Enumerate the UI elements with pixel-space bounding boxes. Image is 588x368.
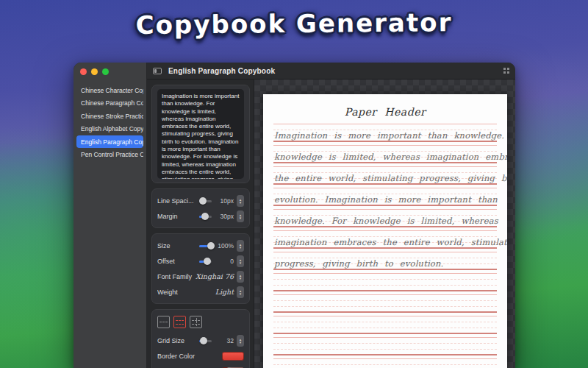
ruled-row: imagination embraces the entire world, s… <box>273 230 497 248</box>
title-bar: English Paragraph Copybook <box>147 63 515 79</box>
offset-control: Offset 0 ▴▾ <box>157 253 244 269</box>
ruled-row: the entire world, stimulating progress, … <box>273 166 497 184</box>
copybook-text-line: the entire world, stimulating progress, … <box>274 173 507 183</box>
grid-size-value: 32 <box>215 337 234 344</box>
sidebar-item-chinese-paragraph[interactable]: Chinese Paragraph Cop... <box>76 97 143 110</box>
main-area: English Paragraph Copybook Imagination i… <box>147 63 515 368</box>
font-family-label: Font Family <box>157 273 196 280</box>
window-title: English Paragraph Copybook <box>168 67 275 75</box>
zoom-button[interactable] <box>102 68 109 75</box>
size-slider[interactable] <box>199 241 212 250</box>
slider-thumb[interactable] <box>199 197 207 205</box>
font-family-dropdown[interactable]: ▴▾ <box>237 271 244 283</box>
minimize-button[interactable] <box>91 68 98 75</box>
size-stepper[interactable]: ▴▾ <box>237 240 244 252</box>
sidebar-item-pen-control[interactable]: Pen Control Practice C... <box>76 149 143 161</box>
grid-size-label: Grid Size <box>157 337 196 344</box>
grid-size-stepper[interactable]: ▴▾ <box>237 335 244 347</box>
size-label: Size <box>157 242 196 250</box>
ruled-row <box>273 358 497 368</box>
margin-label: Margin <box>157 213 196 220</box>
slider-thumb[interactable] <box>207 242 215 250</box>
copybook-text-line: knowledge is limited, whereas imaginatio… <box>274 152 507 162</box>
sidebar-item-english-paragraph[interactable]: English Paragraph Copy... <box>76 135 143 148</box>
copybook-text-line: Imagination is more important than knowl… <box>274 130 507 141</box>
line-spacing-label: Line Spaci... <box>157 197 196 205</box>
sidebar-list: Chinese Character Cop... Chinese Paragra… <box>74 81 146 164</box>
sidebar-item-chinese-character[interactable]: Chinese Character Cop... <box>76 84 143 96</box>
font-family-value: Xinghai 76 <box>196 272 234 280</box>
margin-slider[interactable] <box>199 212 212 221</box>
sidebar-item-english-alphabet[interactable]: English Alphabet Copyb... <box>76 123 143 135</box>
size-control: Size 100% ▴▾ <box>157 238 244 253</box>
ruled-row <box>273 273 497 291</box>
ruled-row: evolution. Imagination is more important… <box>273 188 497 205</box>
grid-size-slider[interactable] <box>199 336 212 345</box>
line-spacing-slider[interactable] <box>199 197 212 205</box>
copybook-text-line: progress, giving birth to evolution. <box>274 258 443 269</box>
grid-size-control: Grid Size 32 ▴▾ <box>157 333 244 348</box>
size-value: 100% <box>215 242 234 250</box>
offset-label: Offset <box>157 258 196 265</box>
weight-label: Weight <box>157 289 215 296</box>
offset-slider[interactable] <box>199 257 212 266</box>
grid-type-single-line-icon[interactable] <box>157 316 170 328</box>
copybook-text-line: imagination embraces the entire world, s… <box>274 237 507 247</box>
sidebar: Chinese Character Cop... Chinese Paragra… <box>74 63 147 368</box>
app-banner-title: Copybook Generator <box>0 7 588 41</box>
margin-stepper[interactable]: ▴▾ <box>237 210 244 222</box>
weight-value: Light <box>215 288 234 296</box>
border-color-label: Border Color <box>157 353 222 360</box>
line-spacing-control: Line Spaci... 10px ▴▾ <box>157 193 244 208</box>
control-panel: Imagination is more important than knowl… <box>147 79 254 368</box>
copybook-text-input[interactable]: Imagination is more important than knowl… <box>157 89 244 179</box>
traffic-lights <box>74 63 146 81</box>
line-spacing-value: 10px <box>215 197 234 205</box>
close-button[interactable] <box>80 68 87 75</box>
app-window: Chinese Character Cop... Chinese Paragra… <box>74 63 515 368</box>
weight-control: Weight Light ▴▾ <box>157 284 244 300</box>
copybook-paper: Paper Header Imagination is more importa… <box>263 94 507 368</box>
slider-thumb[interactable] <box>200 337 207 344</box>
grid-type-cross-line-icon[interactable] <box>190 316 202 328</box>
preview-area: Paper Header Imagination is more importa… <box>254 79 515 368</box>
ruled-row: knowledge is limited, whereas imaginatio… <box>273 145 497 163</box>
ruled-lines: Imagination is more important than knowl… <box>273 124 497 368</box>
spacing-card: Line Spaci... 10px ▴▾ Margin 30px ▴▾ <box>151 188 250 228</box>
ruled-row: Imagination is more important than knowl… <box>273 124 497 141</box>
margin-value: 30px <box>215 213 234 220</box>
ruled-row <box>273 337 497 355</box>
weight-dropdown[interactable]: ▴▾ <box>237 286 244 298</box>
sidebar-item-chinese-stroke[interactable]: Chinese Stroke Practic... <box>76 110 143 122</box>
slider-thumb[interactable] <box>204 258 211 265</box>
ruled-row <box>273 316 497 333</box>
border-color-control: Border Color <box>157 348 244 364</box>
line-spacing-stepper[interactable]: ▴▾ <box>237 195 244 207</box>
line-color-control: Line Color <box>157 364 244 368</box>
slider-thumb[interactable] <box>201 213 209 220</box>
grid-type-double-line-icon[interactable] <box>173 316 186 328</box>
font-card: Size 100% ▴▾ Offset 0 ▴▾ <box>151 233 250 304</box>
ruled-row: knowledge. For knowledge is limited, whe… <box>273 209 497 227</box>
gallery-grid-icon[interactable] <box>503 68 509 74</box>
ruled-row: progress, giving birth to evolution. <box>273 252 497 269</box>
margin-control: Margin 30px ▴▾ <box>157 208 244 224</box>
ruled-row <box>273 294 497 312</box>
offset-stepper[interactable]: ▴▾ <box>237 255 244 267</box>
text-input-card: Imagination is more important than knowl… <box>151 85 250 183</box>
paper-header: Paper Header <box>263 106 507 118</box>
font-family-control: Font Family Xinghai 76 ▴▾ <box>157 269 244 284</box>
copybook-text-line: knowledge. For knowledge is limited, whe… <box>274 216 498 226</box>
grid-card: Grid Size 32 ▴▾ Border Color Line Color <box>151 309 250 368</box>
sidebar-toggle-icon[interactable] <box>153 68 162 74</box>
copybook-text-line: evolution. Imagination is more important… <box>274 194 498 205</box>
grid-type-selector <box>157 314 244 333</box>
border-color-swatch[interactable] <box>222 352 244 361</box>
offset-value: 0 <box>215 258 234 265</box>
